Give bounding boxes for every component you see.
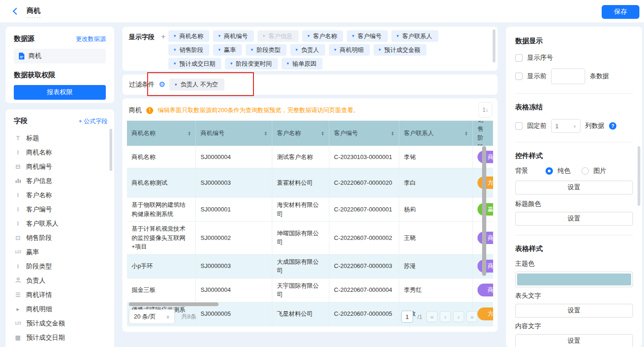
sort-order-button[interactable]: 1↓ (478, 102, 492, 118)
chevron-down-icon: ∨ (573, 124, 576, 129)
table-header-cell[interactable]: 客户名称▲▼ (272, 121, 329, 146)
filter-condition-text: 负责人 不为空 (180, 80, 218, 89)
solid-color-radio[interactable] (546, 167, 553, 175)
help-question-icon[interactable]: ? (609, 122, 616, 130)
display-field-tag[interactable]: ▼商机名称 (168, 30, 209, 42)
display-field-tag[interactable]: ▼阶段变更时间 (225, 58, 278, 69)
field-item[interactable]: I阶段类型 (14, 259, 108, 273)
table-cell: 坤曜国际有限公司 (272, 222, 329, 254)
caret-down-icon: ▼ (230, 62, 233, 66)
show-index-checkbox[interactable] (515, 54, 523, 62)
display-field-tag-label: 客户编号 (358, 32, 382, 40)
table-cell: 测试客户名称 (272, 146, 329, 168)
field-item[interactable]: 123预计成交金额 (14, 316, 108, 330)
field-item[interactable]: ⊡销售阶段 (14, 231, 108, 245)
field-label: 商机明细 (26, 305, 52, 313)
table-cell: 小p手环 (127, 255, 196, 278)
filter-condition-tag[interactable]: ▼ 负责人 不为空 (169, 79, 224, 91)
table-style-title: 表格样式 (515, 245, 633, 253)
change-datasource-link[interactable]: 更改数据源 (76, 35, 106, 43)
table-horizontal-scrollbar[interactable] (129, 302, 218, 306)
content-text-label: 内容文字 (515, 322, 633, 330)
field-item[interactable]: ▦预计成交日期 (14, 330, 108, 345)
table-header-cell[interactable]: 商机编号▲▼ (196, 121, 272, 146)
person-icon (14, 277, 22, 284)
table-header-cell[interactable]: 客户联系人▲▼ (399, 121, 473, 146)
display-field-tag[interactable]: ▼赢率 (213, 44, 242, 56)
last-page-button[interactable]: » (466, 311, 477, 322)
solid-color-label: 纯色 (558, 167, 570, 175)
image-radio[interactable] (581, 167, 589, 175)
next-page-button[interactable]: › (453, 311, 464, 322)
prev-page-button[interactable]: ‹ (440, 311, 451, 322)
add-formula-field-link[interactable]: + 公式字段 (79, 117, 108, 125)
table-row: 商机名称测试SJ0000003蓑霍材料公司C-20220607-0000020李… (127, 168, 493, 198)
show-first-checkbox[interactable] (515, 73, 523, 80)
display-field-tag[interactable]: ▼预计成交金额 (374, 44, 426, 56)
field-item[interactable]: I商机名称 (14, 145, 108, 159)
show-first-count-input[interactable] (551, 68, 585, 84)
title-color-label: 标题颜色 (515, 200, 633, 208)
display-field-tag[interactable]: ▼客户编号 (347, 30, 388, 42)
content-text-set-button[interactable]: 设置 (515, 334, 633, 347)
sort-carets-icon: ▲▼ (264, 131, 267, 136)
field-item[interactable]: T标题 (14, 131, 108, 145)
table-cell: 商机名称 (127, 146, 196, 168)
display-field-tag[interactable]: ▼商机编号 (213, 30, 254, 42)
display-field-tag-label: 输单原因 (293, 60, 316, 68)
field-item[interactable]: 负责人 (14, 273, 108, 288)
title-color-set-button[interactable]: 设置 (515, 212, 633, 226)
display-fields-scrollbar[interactable] (493, 29, 495, 63)
serial-icon: ⊟ (14, 164, 22, 170)
page-size-value: 20 条/页 (134, 313, 156, 321)
save-button[interactable]: 保存 (602, 5, 639, 19)
table-cell: 基于计算机视觉技术的监控摄像头互联网+项目 (127, 222, 196, 254)
field-item[interactable]: I客户名称 (14, 188, 108, 202)
page-size-select[interactable]: 20 条/页 ∨ (129, 309, 175, 324)
table-vertical-scrollbar[interactable] (482, 146, 486, 276)
display-field-tag[interactable]: ▼阶段类型 (246, 44, 287, 56)
divider (515, 142, 633, 142)
display-field-tag[interactable]: ▼客户名称 (302, 30, 343, 42)
field-item[interactable]: ⊟商机编号 (14, 159, 108, 174)
page-total: /1 (417, 313, 422, 320)
table-title: 商机 (129, 106, 142, 114)
first-page-button[interactable]: « (426, 311, 437, 322)
fields-scrollbar[interactable] (109, 129, 112, 171)
caret-down-icon: ▼ (286, 62, 290, 66)
display-field-tag[interactable]: ▼负责人 (290, 44, 325, 56)
filter-settings-gear-icon[interactable]: ⚙ (159, 81, 165, 88)
back-icon[interactable] (13, 8, 20, 15)
field-item[interactable]: 123赢率 (14, 245, 108, 259)
display-field-tag[interactable]: ▼输单原因 (282, 58, 322, 69)
add-display-field-button[interactable]: + (161, 32, 166, 41)
theme-color-picker[interactable] (515, 272, 633, 287)
display-field-tag[interactable]: ▼预计成交日期 (168, 58, 221, 69)
background-set-button[interactable]: 设置 (515, 181, 633, 194)
field-item[interactable]: I客户编号 (14, 202, 108, 216)
freeze-checkbox[interactable] (515, 122, 523, 130)
display-field-tag[interactable]: ▼客户联系人 (391, 30, 438, 42)
field-item[interactable]: I客户联系人 (14, 216, 108, 231)
display-field-tag[interactable]: ▼商机明细 (329, 44, 370, 56)
table-cell: 掘金三板 (127, 279, 196, 302)
title-icon: T (14, 135, 22, 141)
display-field-tag[interactable]: ▼销售阶段 (168, 44, 209, 56)
table-header-row: 商机名称▲▼商机编号▲▼客户名称▲▼客户编号▲▼客户联系人▲▼销售阶段 (127, 121, 493, 146)
current-page-box[interactable]: 1 (401, 311, 413, 323)
settings-scrollbar[interactable] (638, 146, 640, 206)
field-item[interactable]: 客户信息 (14, 174, 108, 188)
preview-notice: 编辑界面只取数据源前200条作为查询数据预览，完整数据请访问页面查看。 (158, 106, 359, 114)
freeze-count-select[interactable]: 1 ∨ (551, 119, 581, 133)
datasource-item[interactable]: 商机 (14, 49, 106, 63)
report-permission-button[interactable]: 报表权限 (14, 85, 106, 100)
data-display-title: 数据显示 (515, 37, 633, 46)
table-cell: 基于物联网的建筑结构健康检测系统 (127, 198, 196, 221)
table-header-cell[interactable]: 销售阶段 (473, 121, 493, 146)
header-text-set-button[interactable]: 设置 (515, 304, 633, 318)
field-item[interactable]: ▸商机明细 (14, 302, 108, 316)
table-header-cell[interactable]: 商机名称▲▼ (127, 121, 196, 146)
image-label: 图片 (593, 167, 606, 175)
field-item[interactable]: ☰商机详情 (14, 288, 108, 302)
table-header-cell[interactable]: 客户编号▲▼ (329, 121, 399, 146)
